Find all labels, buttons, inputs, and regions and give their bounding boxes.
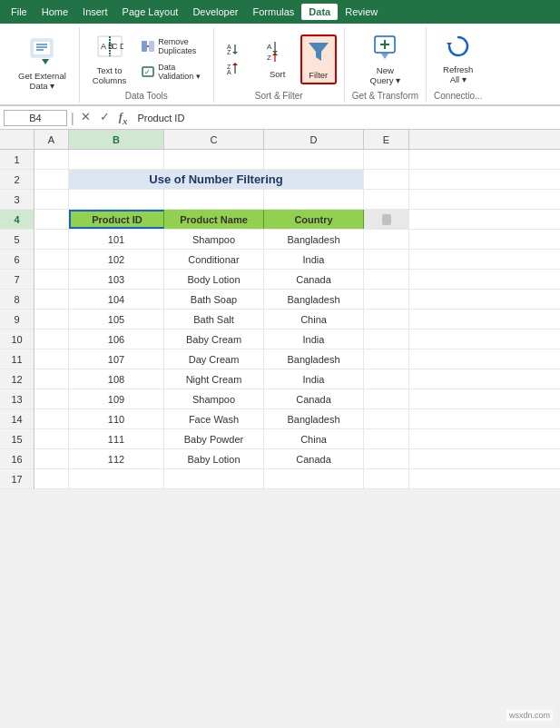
- col-header-c[interactable]: C: [164, 130, 264, 149]
- row-num-13[interactable]: 13: [0, 389, 34, 409]
- menu-review[interactable]: Review: [338, 4, 385, 20]
- cell-8a[interactable]: [34, 290, 69, 309]
- cell-16c[interactable]: Baby Lotion: [164, 449, 264, 468]
- row-num-4[interactable]: 4: [0, 210, 34, 230]
- cell-17e[interactable]: [364, 469, 409, 488]
- cell-12c[interactable]: Night Cream: [164, 369, 264, 389]
- cell-7a[interactable]: [34, 270, 69, 289]
- cell-8c[interactable]: Bath Soap: [164, 290, 264, 309]
- cell-2e[interactable]: [364, 170, 409, 189]
- cell-3a[interactable]: [34, 190, 69, 209]
- cell-14e[interactable]: [364, 409, 409, 428]
- cell-9d[interactable]: China: [264, 310, 364, 329]
- menu-developer[interactable]: Developer: [185, 4, 245, 20]
- cell-4a[interactable]: [34, 210, 69, 229]
- filter-button[interactable]: Filter: [300, 34, 337, 84]
- row-num-5[interactable]: 5: [0, 230, 34, 250]
- row-num-3[interactable]: 3: [0, 190, 34, 210]
- cell-8b[interactable]: 104: [69, 290, 164, 309]
- cell-10e[interactable]: [364, 330, 409, 349]
- cell-1e[interactable]: [364, 150, 409, 169]
- row-num-10[interactable]: 10: [0, 330, 34, 349]
- row-num-14[interactable]: 14: [0, 409, 34, 429]
- menu-page-layout[interactable]: Page Layout: [115, 4, 186, 20]
- menu-data[interactable]: Data: [301, 4, 338, 20]
- cell-3c[interactable]: [164, 190, 264, 209]
- cell-1d[interactable]: [264, 150, 364, 169]
- cell-12b[interactable]: 108: [69, 369, 164, 389]
- cancel-formula-icon[interactable]: ✕: [78, 109, 93, 127]
- cell-7c[interactable]: Body Lotion: [164, 270, 264, 289]
- remove-duplicates-button[interactable]: RemoveDuplicates: [135, 34, 205, 58]
- row-num-16[interactable]: 16: [0, 449, 34, 469]
- get-external-data-button[interactable]: Get ExternalData ▾: [13, 34, 72, 94]
- confirm-formula-icon[interactable]: ✓: [97, 109, 113, 127]
- cell-17c[interactable]: [164, 469, 264, 488]
- cell-4d[interactable]: Country: [264, 210, 364, 229]
- cell-10c[interactable]: Baby Cream: [164, 330, 264, 349]
- cell-6e[interactable]: [364, 250, 409, 269]
- row-num-1[interactable]: 1: [0, 150, 34, 170]
- cell-4e[interactable]: [364, 210, 409, 229]
- cell-15d[interactable]: China: [264, 429, 364, 448]
- cell-8e[interactable]: [364, 290, 409, 309]
- cell-title[interactable]: Use of Number Filtering: [69, 170, 364, 189]
- cell-16d[interactable]: Canada: [264, 449, 364, 468]
- cell-11b[interactable]: 107: [69, 349, 164, 369]
- col-header-b[interactable]: B: [69, 130, 164, 149]
- cell-6c[interactable]: Conditionar: [164, 250, 264, 269]
- cell-10b[interactable]: 106: [69, 330, 164, 349]
- row-num-11[interactable]: 11: [0, 349, 34, 369]
- row-num-7[interactable]: 7: [0, 270, 34, 290]
- name-box[interactable]: [4, 110, 67, 126]
- cell-9a[interactable]: [34, 310, 69, 329]
- cell-15b[interactable]: 111: [69, 429, 164, 448]
- sort-za-button[interactable]: Z A: [221, 60, 251, 78]
- cell-16b[interactable]: 112: [69, 449, 164, 468]
- cell-9e[interactable]: [364, 310, 409, 329]
- cell-15a[interactable]: [34, 429, 69, 448]
- cell-5b[interactable]: 101: [69, 230, 164, 249]
- cell-11e[interactable]: [364, 349, 409, 369]
- cell-13b[interactable]: 109: [69, 389, 164, 408]
- cell-16e[interactable]: [364, 449, 409, 468]
- cell-14d[interactable]: Bangladesh: [264, 409, 364, 428]
- cell-5a[interactable]: [34, 230, 69, 249]
- cell-12e[interactable]: [364, 369, 409, 389]
- cell-13a[interactable]: [34, 389, 69, 408]
- sort-button[interactable]: A Z Sort: [260, 36, 295, 83]
- new-query-button[interactable]: NewQuery ▾: [365, 30, 407, 89]
- row-num-15[interactable]: 15: [0, 429, 34, 449]
- cell-9c[interactable]: Bath Salt: [164, 310, 264, 329]
- cell-13e[interactable]: [364, 389, 409, 408]
- menu-insert[interactable]: Insert: [75, 4, 115, 20]
- cell-4b[interactable]: Product ID: [69, 210, 164, 229]
- cell-6b[interactable]: 102: [69, 250, 164, 269]
- row-num-12[interactable]: 12: [0, 369, 34, 389]
- cell-10d[interactable]: India: [264, 330, 364, 349]
- col-header-d[interactable]: D: [264, 130, 364, 149]
- cell-12d[interactable]: India: [264, 369, 364, 389]
- cell-13c[interactable]: Shampoo: [164, 389, 264, 408]
- cell-11a[interactable]: [34, 349, 69, 369]
- menu-home[interactable]: Home: [34, 4, 75, 20]
- cell-15c[interactable]: Baby Powder: [164, 429, 264, 448]
- cell-5e[interactable]: [364, 230, 409, 249]
- refresh-all-button[interactable]: RefreshAll ▾: [437, 30, 478, 88]
- cell-11c[interactable]: Day Cream: [164, 349, 264, 369]
- cell-3e[interactable]: [364, 190, 409, 209]
- data-validation-button[interactable]: ✓ DataValidation ▾: [135, 60, 205, 84]
- cell-17d[interactable]: [264, 469, 364, 488]
- col-header-a[interactable]: A: [34, 130, 69, 149]
- cell-15e[interactable]: [364, 429, 409, 448]
- cell-3b[interactable]: [69, 190, 164, 209]
- cell-5c[interactable]: Shampoo: [164, 230, 264, 249]
- cell-7e[interactable]: [364, 270, 409, 289]
- cell-14b[interactable]: 110: [69, 409, 164, 428]
- cell-4c[interactable]: Product Name: [164, 210, 264, 229]
- menu-formulas[interactable]: Formulas: [246, 4, 302, 20]
- cell-11d[interactable]: Bangladesh: [264, 349, 364, 369]
- cell-17b[interactable]: [69, 469, 164, 488]
- row-num-8[interactable]: 8: [0, 290, 34, 310]
- row-num-6[interactable]: 6: [0, 250, 34, 270]
